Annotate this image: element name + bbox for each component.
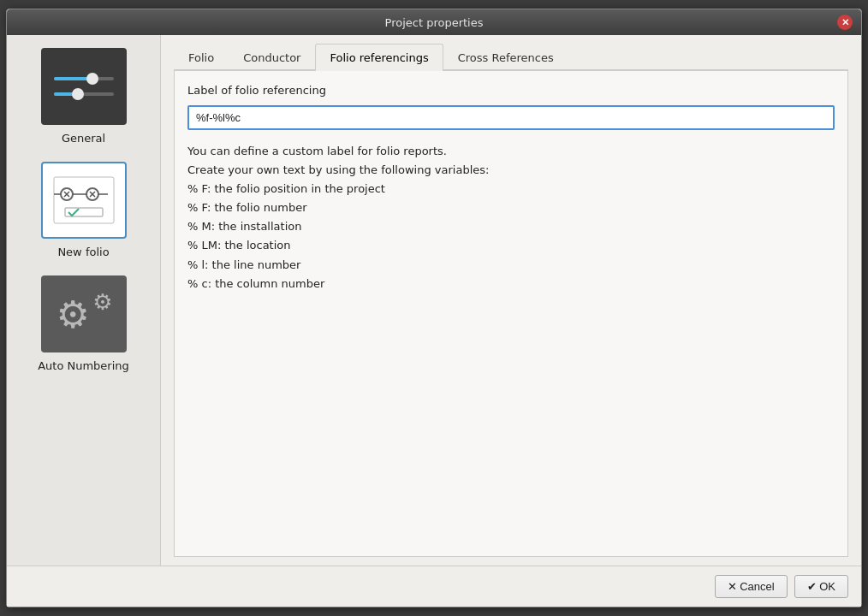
help-line-5: % M: the installation (187, 220, 301, 233)
dialog-body: General (7, 35, 861, 566)
new-folio-icon (50, 169, 118, 233)
sidebar-label-new-folio: New folio (57, 246, 109, 258)
label-input[interactable] (187, 105, 835, 130)
new-folio-icon-box (41, 162, 127, 239)
window-title: Project properties (31, 16, 837, 29)
help-line-7: % l: the line number (187, 258, 300, 271)
gears-icon: ⚙ ⚙ (50, 282, 118, 346)
close-button[interactable]: ✕ (837, 15, 853, 30)
tab-folio-referencings[interactable]: Folio referencings (315, 44, 443, 71)
general-icon (45, 68, 122, 104)
gear-big-icon: ⚙ (56, 293, 90, 336)
slider-track-top (54, 77, 114, 80)
auto-numbering-icon-box: ⚙ ⚙ (41, 275, 127, 352)
slider-track-bottom (54, 92, 114, 96)
help-line-8: % c: the column number (187, 277, 324, 290)
help-text: You can define a custom label for folio … (187, 142, 835, 293)
sidebar-item-new-folio[interactable]: New folio (15, 162, 152, 258)
sidebar-item-general[interactable]: General (15, 48, 152, 145)
help-line-1: You can define a custom label for folio … (187, 145, 447, 157)
help-line-3: % F: the folio position in the project (187, 182, 385, 195)
tab-content-folio-referencings: Label of folio referencing You can defin… (174, 71, 848, 557)
help-line-4: % F: the folio number (187, 201, 307, 214)
slider-row-top (54, 77, 114, 80)
cancel-button[interactable]: ✕ Cancel (715, 575, 788, 598)
title-bar: Project properties ✕ (7, 9, 861, 35)
slider-row-bottom (54, 92, 114, 96)
tab-cross-references[interactable]: Cross References (443, 44, 568, 71)
gear-small-icon: ⚙ (92, 289, 112, 315)
sidebar-label-auto-numbering: Auto Numbering (38, 359, 129, 372)
tabs-bar: Folio Conductor Folio referencings Cross… (174, 44, 848, 71)
tab-folio[interactable]: Folio (174, 44, 229, 71)
section-label: Label of folio referencing (187, 84, 835, 97)
sidebar: General (7, 35, 161, 566)
help-line-6: % LM: the location (187, 239, 291, 252)
tab-conductor[interactable]: Conductor (229, 44, 315, 71)
dialog-footer: ✕ Cancel ✔ OK (7, 566, 861, 607)
dialog-window: Project properties ✕ (6, 9, 862, 607)
general-icon-box (41, 48, 127, 125)
help-line-2: Create your own text by using the follow… (187, 163, 489, 176)
ok-button[interactable]: ✔ OK (794, 575, 848, 598)
sidebar-item-auto-numbering[interactable]: ⚙ ⚙ Auto Numbering (15, 275, 152, 372)
sidebar-label-general: General (62, 132, 105, 145)
main-content: Folio Conductor Folio referencings Cross… (161, 35, 861, 566)
